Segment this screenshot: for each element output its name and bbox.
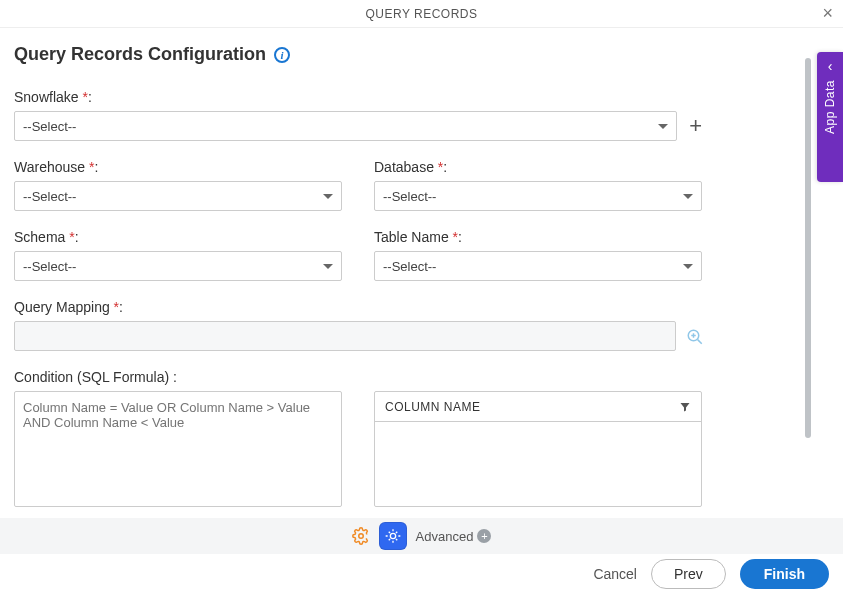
page-title: Query Records Configuration <box>14 44 266 65</box>
schema-select[interactable]: --Select-- <box>14 251 342 281</box>
chevron-left-icon: ‹ <box>828 58 833 74</box>
finish-button[interactable]: Finish <box>740 559 829 589</box>
condition-label: Condition (SQL Formula) : <box>14 369 702 385</box>
table-name-label: Table Name *: <box>374 229 702 245</box>
warehouse-select[interactable]: --Select-- <box>14 181 342 211</box>
chevron-down-icon <box>658 124 668 129</box>
vertical-scrollbar[interactable] <box>805 58 811 438</box>
close-icon[interactable]: × <box>822 4 833 22</box>
snowflake-label: Snowflake *: <box>14 89 702 105</box>
table-name-select[interactable]: --Select-- <box>374 251 702 281</box>
snowflake-select[interactable]: --Select-- <box>14 111 677 141</box>
cancel-button[interactable]: Cancel <box>593 566 637 582</box>
column-list-header: COLUMN NAME <box>385 400 481 414</box>
svg-line-1 <box>698 340 702 344</box>
chevron-down-icon <box>323 194 333 199</box>
dialog-content: Query Records Configuration i Snowflake … <box>0 28 843 518</box>
zoom-in-icon[interactable] <box>686 328 702 344</box>
chevron-down-icon <box>323 264 333 269</box>
schema-label: Schema *: <box>14 229 342 245</box>
svg-point-5 <box>390 533 395 538</box>
dialog-footer: Cancel Prev Finish <box>0 554 843 594</box>
side-tab-label: App Data <box>823 80 837 134</box>
svg-point-4 <box>358 534 363 539</box>
column-list-box: COLUMN NAME <box>374 391 702 507</box>
query-mapping-label: Query Mapping *: <box>14 299 702 315</box>
app-data-side-tab[interactable]: ‹ App Data <box>817 52 843 182</box>
database-select[interactable]: --Select-- <box>374 181 702 211</box>
warehouse-label: Warehouse *: <box>14 159 342 175</box>
database-label: Database *: <box>374 159 702 175</box>
query-mapping-input[interactable] <box>14 321 676 351</box>
prev-button[interactable]: Prev <box>651 559 726 589</box>
dialog-topbar: QUERY RECORDS × <box>0 0 843 28</box>
chevron-down-icon <box>683 194 693 199</box>
advanced-toggle[interactable]: Advanced + <box>416 529 492 544</box>
add-connection-icon[interactable]: + <box>689 115 702 137</box>
gear-icon[interactable] <box>352 527 370 545</box>
config-toolbar: Advanced + <box>0 518 843 554</box>
info-icon[interactable]: i <box>274 47 290 63</box>
plus-circle-icon: + <box>477 529 491 543</box>
filter-icon[interactable] <box>679 401 691 413</box>
condition-textarea[interactable] <box>14 391 342 507</box>
chevron-down-icon <box>683 264 693 269</box>
activity-icon[interactable] <box>380 523 406 549</box>
dialog-title: QUERY RECORDS <box>365 7 477 21</box>
